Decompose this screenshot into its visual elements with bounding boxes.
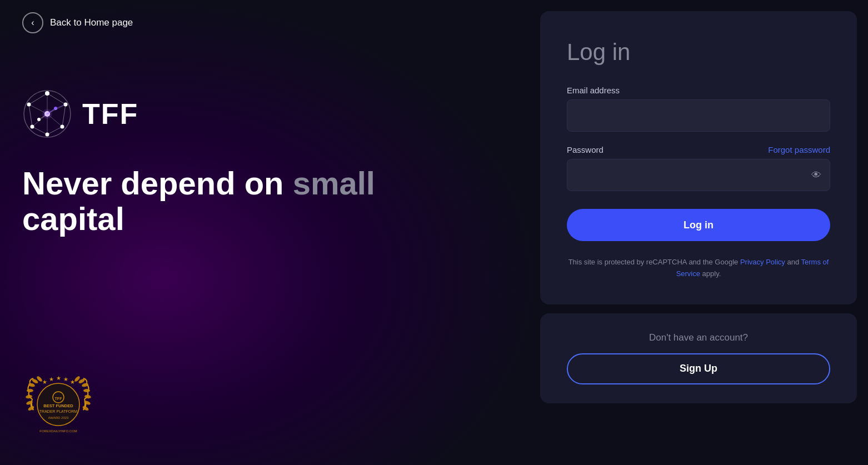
right-panel: Log in Email address Password Forgot pas… [540, 0, 868, 465]
password-field-header: Password Forgot password [567, 145, 830, 154]
captcha-and-text: and [785, 258, 801, 266]
svg-point-25 [42, 108, 53, 119]
tagline-capital: capital [22, 201, 124, 237]
svg-text:★: ★ [70, 379, 75, 385]
logo-area: TFF [22, 89, 518, 139]
badge-area: ★ ★ ★ ★ ★ TFF BEST FUNDED TRADER PLATFOR… [22, 374, 518, 448]
signup-button[interactable]: Sign Up [567, 353, 830, 384]
login-button[interactable]: Log in [567, 209, 830, 241]
email-field-header: Email address [567, 86, 830, 95]
password-input-wrapper: 👁 [567, 159, 830, 191]
captcha-apply-text: apply. [700, 269, 721, 278]
svg-line-12 [62, 104, 66, 127]
back-button-label: Back to Home page [50, 17, 133, 28]
svg-line-11 [29, 93, 47, 104]
forgot-password-link[interactable]: Forgot password [768, 145, 830, 154]
svg-line-13 [29, 104, 32, 127]
password-toggle-icon[interactable]: 👁 [811, 169, 821, 181]
svg-text:★: ★ [42, 379, 47, 385]
left-panel: ‹ Back to Home page [0, 0, 540, 465]
login-title: Log in [567, 39, 830, 66]
tagline: Never depend on small capital [22, 166, 411, 237]
captcha-notice: This site is protected by reCAPTCHA and … [567, 257, 830, 280]
privacy-policy-link[interactable]: Privacy Policy [740, 258, 785, 266]
tagline-white: Never depend on [22, 165, 293, 201]
svg-point-36 [83, 389, 90, 392]
globe-icon [22, 89, 72, 139]
email-field-group: Email address [567, 86, 830, 132]
svg-text:TFF: TFF [55, 397, 63, 401]
password-label: Password [567, 145, 603, 154]
award-badge: ★ ★ ★ ★ ★ TFF BEST FUNDED TRADER PLATFOR… [22, 374, 94, 446]
logo-text: TFF [82, 97, 138, 131]
signup-card: Don't have an account? Sign Up [540, 313, 857, 403]
email-label: Email address [567, 86, 620, 95]
svg-text:BEST FUNDED: BEST FUNDED [43, 403, 73, 408]
captcha-text-before: This site is protected by reCAPTCHA and … [568, 258, 740, 266]
no-account-text: Don't have an account? [649, 332, 748, 343]
svg-point-29 [27, 389, 33, 392]
login-card: Log in Email address Password Forgot pas… [540, 11, 857, 304]
password-field-group: Password Forgot password 👁 [567, 145, 830, 191]
svg-point-30 [28, 383, 35, 388]
password-input[interactable] [567, 159, 830, 191]
email-input[interactable] [567, 99, 830, 132]
svg-point-37 [81, 383, 88, 388]
svg-text:★: ★ [63, 376, 68, 382]
login-title-light: in [612, 39, 631, 65]
back-to-home-button[interactable]: ‹ Back to Home page [22, 12, 518, 33]
svg-line-23 [56, 104, 66, 108]
svg-text:★: ★ [56, 375, 61, 381]
svg-line-10 [47, 93, 66, 104]
tagline-gray-small: small [293, 165, 375, 201]
svg-text:TRADER PLATFORM: TRADER PLATFORM [39, 409, 77, 413]
svg-text:FOREXDAILYINFO.COM: FOREXDAILYINFO.COM [39, 429, 77, 433]
email-input-wrapper [567, 99, 830, 132]
svg-text:AWARD 2023: AWARD 2023 [48, 416, 69, 419]
svg-text:★: ★ [49, 376, 54, 382]
back-circle-icon: ‹ [22, 12, 43, 33]
login-title-bold: Log [567, 39, 612, 65]
